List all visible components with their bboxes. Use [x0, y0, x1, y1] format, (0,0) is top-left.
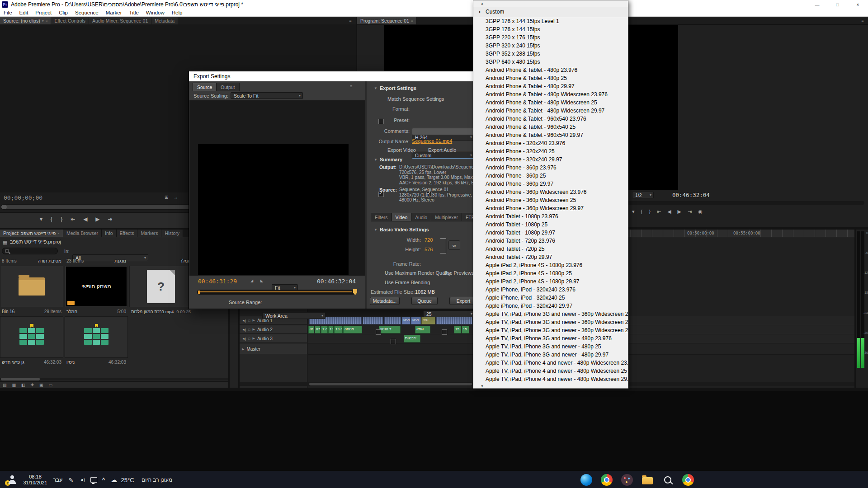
transport-button-icon[interactable]: ▶: [95, 216, 99, 222]
preset-option[interactable]: Apple TV, iPad, iPhone 4 and newer - 480…: [473, 375, 628, 383]
tab-source[interactable]: Source: (no clips)▾×: [0, 17, 51, 24]
preset-option[interactable]: Apple TV, iPad, iPhone 3G and newer - 48…: [473, 351, 628, 359]
track-expand-icon[interactable]: ▶: [242, 347, 244, 351]
transport-button-icon[interactable]: ◀: [667, 209, 671, 215]
menu-item[interactable]: Marker: [102, 10, 126, 15]
work-area-start-handle[interactable]: [198, 291, 200, 294]
temperature[interactable]: 25°C: [119, 471, 136, 488]
timeline-clip[interactable]: וגמא: [415, 326, 430, 333]
notification-badge-icon[interactable]: 2: [5, 471, 19, 488]
menu-item[interactable]: Title: [126, 10, 142, 15]
timeline-clip[interactable]: df: [308, 326, 314, 333]
queue-button[interactable]: Queue: [411, 297, 438, 305]
volume-icon[interactable]: ◄): [77, 471, 88, 488]
timeline-clip[interactable]: וגאי: [421, 317, 435, 324]
preset-option[interactable]: 3GPP 640 x 480 15fps: [473, 58, 628, 66]
dropdown-scroll-down[interactable]: ▼: [473, 383, 628, 389]
pen-icon[interactable]: ✎: [66, 471, 76, 488]
transport-button-icon[interactable]: ▾: [40, 216, 42, 222]
track-header-audio3[interactable]: ◄) □ ▶ Audio 3: [240, 334, 307, 343]
tab-close-icon[interactable]: ×: [411, 19, 413, 23]
menu-item[interactable]: Sequence: [71, 10, 102, 15]
tab-video[interactable]: Video: [392, 213, 411, 221]
chrome-icon-secondary[interactable]: [681, 471, 695, 488]
preset-option[interactable]: Android Phone & Tablet - 480p 29.97: [473, 82, 628, 90]
project-toolbar-icon[interactable]: ✚: [31, 383, 34, 387]
preset-option[interactable]: Android Phone & Tablet - 960x540 23.976: [473, 115, 628, 123]
hidden-icons-chevron[interactable]: ^: [99, 471, 108, 488]
preset-option[interactable]: Apple TV, iPad, iPhone 3G and newer - 48…: [473, 334, 628, 343]
minimize-button[interactable]: —: [807, 0, 827, 9]
transport-button-icon[interactable]: ⇥: [108, 216, 113, 222]
project-toolbar-icon[interactable]: ▤: [3, 383, 7, 387]
speaker-icon[interactable]: ◄): [242, 328, 246, 331]
panel-menu-icon[interactable]: ≡: [345, 17, 356, 24]
project-search-input[interactable]: [2, 248, 58, 254]
transport-button-icon[interactable]: ⇤: [657, 209, 661, 215]
preset-option[interactable]: Android Phone - 360p Widescreen 25: [473, 196, 628, 204]
source-timecode[interactable]: 00;00;00;00: [4, 194, 42, 201]
weather-cloud-icon[interactable]: ☁: [109, 471, 118, 488]
bin-header[interactable]: 23 Itemsמנגנת: [65, 258, 128, 264]
fit-width-icon[interactable]: ↔: [174, 195, 178, 200]
tab-menu-icon[interactable]: ▾: [42, 19, 44, 23]
speaker-icon[interactable]: ◄): [242, 337, 246, 340]
timeline-clip[interactable]: 13 ה: [334, 326, 343, 333]
bin-header[interactable]: 8 Itemsמסיבת תורה: [0, 258, 63, 264]
bin-header[interactable]: חמלר: [129, 258, 193, 264]
preset-option[interactable]: Android Phone - 360p 25: [473, 172, 628, 180]
export-current-timecode[interactable]: 00:46:31:29: [198, 278, 237, 285]
zoom-select-icon[interactable]: ◣: [260, 279, 263, 283]
tab-close-icon[interactable]: ×: [46, 19, 48, 23]
menu-item[interactable]: Help: [168, 10, 186, 15]
program-zoom-select[interactable]: 1/2▾: [632, 192, 654, 198]
preset-option[interactable]: Apple iPhone, iPod - 320x240 29.97: [473, 302, 628, 310]
preset-option[interactable]: Apple TV, iPad, iPhone 3G and newer - 36…: [473, 318, 628, 326]
tab-audio[interactable]: Audio: [411, 213, 431, 221]
tab-info[interactable]: Info: [102, 230, 117, 237]
track-toggle-icon[interactable]: □: [248, 328, 250, 331]
item-caption[interactable]: גן פייגי חדש46:32:03: [0, 359, 63, 366]
preset-option[interactable]: Android Phone - 320x240 23.976: [473, 139, 628, 147]
timeline-clip[interactable]: 15: [462, 326, 469, 333]
menu-item[interactable]: Window: [142, 10, 168, 15]
export-scrub-bar[interactable]: [197, 290, 357, 295]
chrome-icon[interactable]: [600, 471, 613, 488]
preset-select[interactable]: Custom▾: [412, 152, 474, 159]
max-render-quality-checkbox[interactable]: [376, 329, 381, 335]
preset-option[interactable]: Android Phone & Tablet - 480p Widescreen…: [473, 90, 628, 99]
dropdown-scroll-up[interactable]: ▲: [473, 0, 628, 7]
transport-button-icon[interactable]: ◀: [83, 216, 87, 222]
preset-option[interactable]: Apple TV, iPad, iPhone 3G and newer - 48…: [473, 343, 628, 351]
preset-option[interactable]: Android Phone - 360p Widescreen 23.976: [473, 188, 628, 196]
transport-button-icon[interactable]: ▾: [632, 209, 635, 215]
track-expand-icon[interactable]: ▶: [253, 337, 255, 340]
preset-option-selected[interactable]: •Custom: [473, 7, 628, 17]
preset-option[interactable]: Apple TV, iPad, iPhone 4 and newer - 480…: [473, 367, 628, 375]
tab-program[interactable]: Program: Sequence 01×: [357, 17, 417, 24]
menu-item[interactable]: Edit: [16, 10, 32, 15]
preset-option[interactable]: Apple TV, iPad, iPhone 4 and newer - 480…: [473, 359, 628, 367]
timeline-clip[interactable]: [384, 317, 401, 324]
track-header-master[interactable]: ▶ Master: [240, 344, 307, 354]
project-toolbar-icon[interactable]: ▦: [12, 383, 16, 387]
track-expand-icon[interactable]: ▶: [253, 328, 255, 331]
preset-option[interactable]: Android Phone & Tablet - 480p 23.976: [473, 66, 628, 74]
edge-icon[interactable]: [580, 471, 593, 488]
preset-option[interactable]: 3GPP 176 x 144 15fps: [473, 25, 628, 33]
basic-video-settings-header[interactable]: ▼Basic Video Settings: [374, 227, 429, 232]
preset-option[interactable]: Android Tablet - 1080p 29.97: [473, 229, 628, 237]
preset-option[interactable]: Apple iPad 2, iPhone 4S - 1080p 29.97: [473, 277, 628, 286]
tab-media-browser[interactable]: Media Browser: [63, 230, 102, 237]
preset-option[interactable]: 3GPP 352 x 288 15fps: [473, 50, 628, 58]
item-caption[interactable]: חמלר5:00: [65, 308, 128, 315]
preset-option[interactable]: Apple TV, iPad, iPhone 3G and newer - 36…: [473, 326, 628, 334]
track-toggle-icon[interactable]: □: [248, 319, 250, 322]
transport-button-icon[interactable]: {: [51, 216, 52, 222]
tab-markers[interactable]: Markers: [137, 230, 161, 237]
dialog-splitter[interactable]: [365, 81, 367, 309]
settings-grid-icon[interactable]: ⊞: [165, 195, 168, 200]
zoom-select-icon[interactable]: ◢: [250, 279, 253, 283]
frame-rate-select[interactable]: 25▾: [423, 310, 475, 317]
preset-option[interactable]: Android Phone & Tablet - 960x540 25: [473, 123, 628, 131]
